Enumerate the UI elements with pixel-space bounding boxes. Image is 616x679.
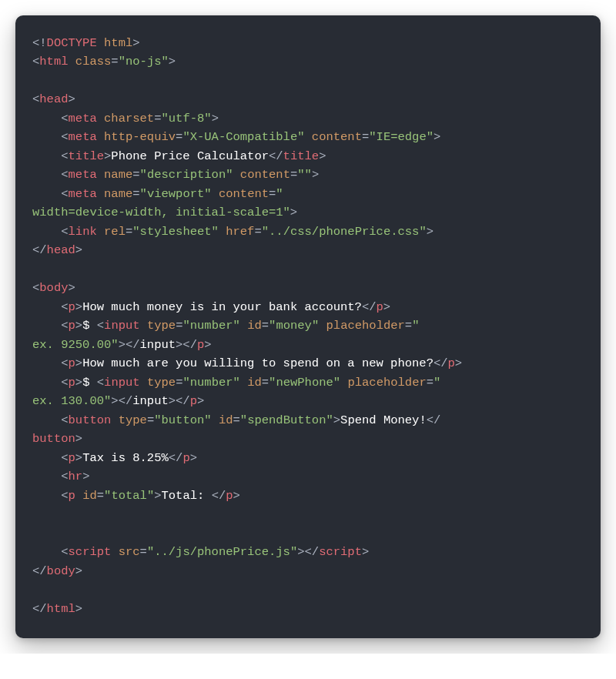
tag-p: p (377, 300, 383, 314)
text-q1: How much money is in your bank account? (82, 300, 362, 314)
tag-body-open: body (39, 281, 68, 295)
tag-input: input (104, 319, 140, 333)
val-empty: "" (297, 168, 312, 182)
tag-script: script (69, 545, 112, 559)
tag-meta: meta (69, 187, 97, 201)
attr-class: class (75, 55, 112, 69)
text-spend-money: Spend Money! (340, 413, 427, 427)
tag-p: p (69, 356, 75, 370)
attr-name: name (104, 168, 132, 182)
tag-button-close: button (32, 432, 75, 446)
val-css-href: "../css/phonePrice.css" (262, 225, 427, 239)
val-ph1-body: ex. 9250.00" (32, 338, 119, 352)
text-dollar: $ (82, 376, 97, 390)
tag-meta: meta (69, 168, 97, 182)
tag-script-close: script (319, 545, 362, 559)
val-stylesheet: "stylesheet" (132, 225, 219, 239)
code-content: <!DOCTYPE html> <html class="no-js"> <he… (32, 34, 584, 618)
attr-name: name (104, 187, 132, 201)
tag-head-close: head (47, 243, 75, 257)
val-spendbutton: "spendButton" (240, 413, 333, 427)
val-total: "total" (104, 489, 154, 503)
tag-button: button (69, 413, 112, 427)
tag-p: p (182, 451, 189, 465)
attr-id: id (247, 319, 262, 333)
tag-p: p (69, 376, 75, 390)
text-title: Phone Price Calculator (111, 149, 269, 163)
attr-content: content (219, 187, 269, 201)
tag-p: p (69, 300, 75, 314)
tag-input-close: input (132, 394, 169, 408)
tag-p: p (69, 451, 75, 465)
val-number: "number" (182, 376, 239, 390)
tag-html-open: html (39, 55, 68, 69)
tag-hr: hr (69, 470, 83, 483)
tag-title-close: title (283, 149, 320, 163)
tag-title-open: title (69, 149, 105, 163)
tag-meta: meta (69, 112, 97, 125)
val-js-src: "../js/phonePrice.js" (147, 545, 297, 559)
attr-id: id (82, 489, 97, 503)
attr-id: id (219, 413, 233, 427)
val-ieedge: "IE=edge" (369, 130, 434, 144)
val-ph1-open: " (412, 319, 419, 333)
tag-body-close: body (47, 564, 75, 578)
attr-content: content (312, 130, 362, 144)
tag-link: link (69, 225, 97, 239)
attr-id: id (247, 376, 262, 390)
attr-charset: charset (104, 112, 154, 125)
val-button: "button" (154, 413, 211, 427)
text-total: Total: (162, 489, 212, 503)
text-q2: How much are you willing to spend on a n… (82, 356, 434, 370)
attr-placeholder: placeholder (326, 319, 405, 333)
val-newphone: "newPhone" (269, 376, 340, 390)
tag-p: p (197, 338, 204, 352)
val-viewport-open: " (276, 187, 283, 201)
tag-p: p (69, 489, 75, 503)
attr-http-equiv: http-equiv (104, 130, 176, 144)
val-utf8: "utf-8" (162, 112, 212, 125)
val-money: "money" (269, 319, 319, 333)
attr-content: content (240, 168, 290, 182)
text-tax: Tax is 8.25% (82, 451, 169, 465)
tag-p: p (69, 319, 75, 333)
tag-html-close: html (47, 602, 75, 616)
text-dollar: $ (82, 319, 97, 333)
val-no-js: "no-js" (119, 55, 169, 69)
code-block: <!DOCTYPE html> <html class="no-js"> <he… (15, 15, 601, 638)
attr-rel: rel (104, 225, 126, 239)
tag-p: p (226, 489, 233, 503)
attr-type: type (147, 319, 176, 333)
attr-href: href (226, 225, 254, 239)
val-viewport-body: width=device-width, initial-scale=1" (32, 206, 290, 219)
val-ph2-open: " (434, 376, 440, 390)
tag-p: p (190, 394, 197, 408)
attr-placeholder: placeholder (347, 376, 426, 390)
tag-meta: meta (69, 130, 97, 144)
val-ph2-body: ex. 130.00" (32, 394, 111, 408)
tag-p: p (448, 356, 455, 370)
attr-src: src (119, 545, 140, 559)
val-viewport: "viewport" (140, 187, 212, 201)
tag-input-close: input (140, 338, 176, 352)
attr-type: type (147, 376, 176, 390)
val-description: "description" (140, 168, 233, 182)
val-number: "number" (182, 319, 239, 333)
attr-type: type (119, 413, 147, 427)
tag-input: input (104, 376, 140, 390)
tag-head-open: head (39, 92, 68, 106)
val-xua: "X-UA-Compatible" (182, 130, 304, 144)
